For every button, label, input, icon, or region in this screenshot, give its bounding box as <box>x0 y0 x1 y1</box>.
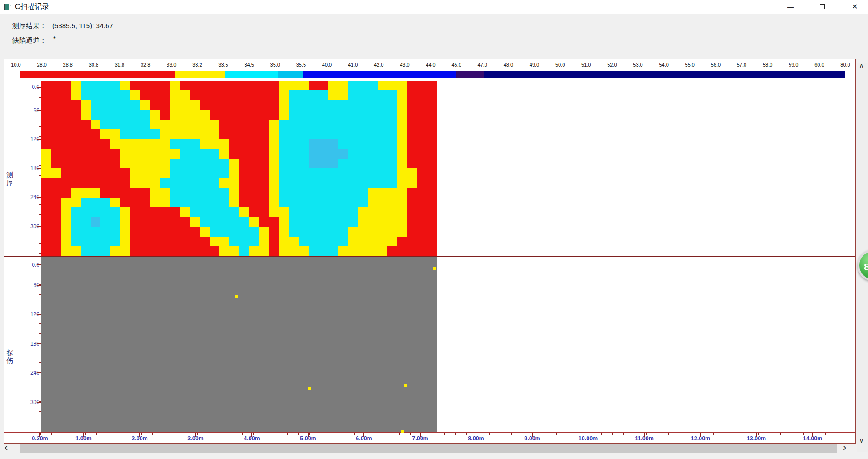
scale-tick-label: 31.8 <box>115 62 124 68</box>
defect-channel-value: * <box>53 34 56 42</box>
y-minor-tick <box>39 126 41 127</box>
x-minor-tick <box>265 433 265 435</box>
x-minor-tick <box>175 433 175 435</box>
x-minor-tick <box>780 433 781 435</box>
y-minor-tick <box>39 401 41 402</box>
vscroll-up-arrow[interactable]: ∧ <box>859 62 864 70</box>
hscroll-right-arrow[interactable]: › <box>843 442 846 454</box>
x-minor-tick <box>511 433 512 435</box>
y-major-tick <box>37 343 41 344</box>
x-major-tick <box>195 433 196 437</box>
x-minor-tick <box>601 433 602 435</box>
scale-tick-label: 34.5 <box>244 62 254 68</box>
scale-tick-label: 35.0 <box>270 62 280 68</box>
thickness-result-label: 测厚结果： <box>12 22 46 30</box>
x-minor-tick <box>657 433 657 435</box>
y-minor-tick <box>39 294 41 295</box>
y-minor-tick <box>39 323 41 324</box>
x-major-tick <box>251 433 252 437</box>
cscan-chart-area[interactable]: 测 厚 探 伤 0.0601201802403000.0601201802403… <box>4 80 856 444</box>
scale-tick-label: 60.0 <box>814 62 824 68</box>
x-minor-tick <box>635 433 635 435</box>
x-minor-tick <box>579 433 579 435</box>
x-minor-tick <box>713 433 714 435</box>
y-minor-tick <box>39 275 41 275</box>
thickness-panel-label: 测 厚 <box>6 171 14 186</box>
hscroll-left-arrow[interactable]: ‹ <box>5 442 8 454</box>
defect-point <box>235 295 238 298</box>
scale-tick-label: 43.0 <box>400 62 409 68</box>
y-minor-tick <box>39 156 41 156</box>
x-minor-tick <box>242 433 243 435</box>
x-minor-tick <box>108 433 108 435</box>
minimize-button[interactable]: — <box>780 0 801 14</box>
y-minor-tick <box>39 195 41 195</box>
scale-tick-label: 44.0 <box>426 62 435 68</box>
scale-segment-yellow <box>175 71 225 78</box>
y-minor-tick <box>39 234 41 234</box>
scale-tick-label: 33.5 <box>218 62 228 68</box>
y-minor-tick <box>39 362 41 363</box>
flaw-cscan-image[interactable] <box>41 257 437 432</box>
y-minor-tick <box>39 87 41 88</box>
x-minor-tick <box>702 433 702 435</box>
x-minor-tick <box>568 433 568 435</box>
x-minor-tick <box>152 433 153 435</box>
x-minor-tick <box>825 433 826 435</box>
x-minor-tick <box>680 433 680 435</box>
scale-tick-label: 55.0 <box>685 62 695 68</box>
x-major-tick <box>644 433 645 437</box>
x-minor-tick <box>186 433 186 435</box>
y-minor-tick <box>39 146 41 146</box>
restore-button[interactable] <box>812 0 833 14</box>
x-minor-tick <box>354 433 355 435</box>
close-button[interactable]: ✕ <box>844 0 865 14</box>
scale-tick-label: 33.2 <box>192 62 202 68</box>
scale-tick-label: 56.0 <box>711 62 721 68</box>
x-minor-tick <box>623 433 624 435</box>
x-minor-tick <box>433 433 433 435</box>
x-minor-tick <box>814 433 814 435</box>
x-minor-tick <box>343 433 343 435</box>
x-minor-tick <box>668 433 669 435</box>
x-minor-tick <box>792 433 792 435</box>
thickness-cscan-image[interactable] <box>41 81 437 256</box>
x-minor-tick <box>209 433 209 435</box>
x-minor-tick <box>231 433 231 435</box>
y-major-tick <box>37 139 41 140</box>
scale-tick-label: 54.0 <box>659 62 668 68</box>
x-axis-line <box>4 432 855 433</box>
x-minor-tick <box>29 433 29 435</box>
scale-tick-label: 42.0 <box>374 62 383 68</box>
x-minor-tick <box>545 433 545 435</box>
y-minor-tick <box>39 353 41 353</box>
scale-tick-label: 28.8 <box>63 62 73 68</box>
scale-segment-deep-cyan <box>278 71 303 78</box>
scale-tick-label: 40.0 <box>322 62 332 68</box>
scale-tick-label: 58.0 <box>763 62 772 68</box>
x-minor-tick <box>51 433 52 435</box>
x-minor-tick <box>725 433 725 435</box>
x-minor-tick <box>455 433 456 435</box>
vscroll-down-arrow[interactable]: ∨ <box>859 436 864 444</box>
scale-tick-label: 59.0 <box>789 62 798 68</box>
x-minor-tick <box>399 433 400 435</box>
y-major-tick <box>37 197 41 198</box>
scale-segment-purple <box>456 71 484 78</box>
y-minor-tick <box>39 136 41 137</box>
hscroll-thumb[interactable] <box>20 444 837 453</box>
x-minor-tick <box>466 433 467 435</box>
scale-tick-label: 32.8 <box>141 62 150 68</box>
x-minor-tick <box>119 433 119 435</box>
scale-tick-label: 51.0 <box>581 62 591 68</box>
x-minor-tick <box>96 433 97 435</box>
scale-tick-label: 50.0 <box>555 62 565 68</box>
x-minor-tick <box>500 433 500 435</box>
x-minor-tick <box>612 433 613 435</box>
y-minor-tick <box>39 185 41 185</box>
x-minor-tick <box>556 433 557 435</box>
scale-tick-label: 53.0 <box>633 62 642 68</box>
scale-segment-cyan <box>225 71 278 78</box>
x-minor-tick <box>74 433 74 435</box>
y-major-tick <box>37 402 41 403</box>
